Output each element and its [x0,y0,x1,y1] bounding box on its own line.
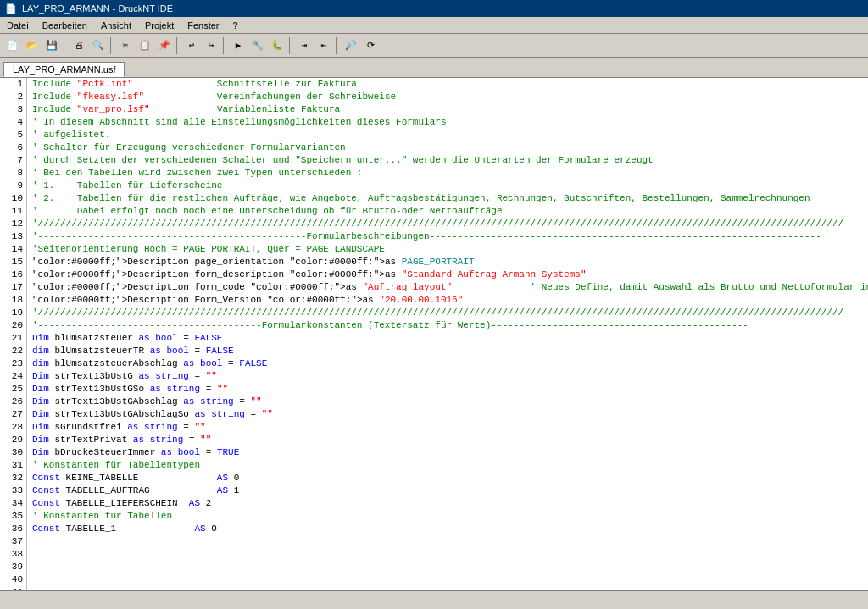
indent-button[interactable]: ⇥ [295,36,314,55]
code-line-39: Const KEINE_TABELLE AS 0 [32,472,868,484]
find-button[interactable]: 🔎 [342,36,360,55]
code-line-23: "color:#0000ff;">Description Form_Versio… [32,294,868,307]
redo-button[interactable]: ↪ [202,36,220,55]
paste-button[interactable]: 📌 [155,36,174,55]
menu-datei[interactable]: Datei [0,19,36,32]
code-line-6: ' aufgelistet. [32,129,868,141]
code-line-5: ' In diesem Abschnitt sind alle Einstell… [32,116,868,129]
open-button[interactable]: 📂 [23,36,42,55]
menu-fenster[interactable]: Fenster [181,19,225,32]
code-line-16: '///////////////////////////////////////… [32,218,868,230]
code-line-9: ' durch Setzten der verschiedenen Schalt… [32,154,868,167]
code-content[interactable]: Include "Pcfk.int" 'Schnittstelle zur Fa… [27,78,868,590]
code-line-28: dim blUmsatzsteuerAbschlag as bool = FAL… [32,357,868,370]
editor-container: 1234567891011121314151617181920212223242… [0,78,868,590]
title-bar: 📄 LAY_PRO_ARMANN - DruckNT IDE [0,0,868,17]
code-line-1: Include "Pcfk.int" 'Schnittstelle zur Fa… [32,78,868,91]
outdent-button[interactable]: ⇤ [314,36,333,55]
code-line-35: Dim bDruckeSteuerImmer as bool = TRUE [32,446,868,459]
sep4 [223,37,226,54]
menu-help[interactable]: ? [226,19,245,32]
code-line-34: Dim strTextPrivat as string = "" [32,434,868,446]
editor-content: 1234567891011121314151617181920212223242… [0,78,868,590]
menu-bar: Datei Bearbeiten Ansicht Projekt Fenster… [0,17,868,34]
code-line-12: ' 2. Tabellen für die restlichen Aufträg… [32,192,868,205]
code-line-19: 'Seitenorientierung Hoch = PAGE_PORTRAIT… [32,243,868,256]
sep6 [336,37,339,54]
title-icon: 📄 [5,3,17,14]
code-line-22: "color:#0000ff;">Description form_code "… [32,281,868,294]
code-line-13: ' Dabei erfolgt noch noch eine Untersche… [32,205,868,218]
code-line-25: '---------------------------------------… [32,319,868,332]
code-line-20: "color:#0000ff;">Description page_orient… [32,256,868,269]
code-line-44: Const TABELLE_1 AS 0 [32,523,868,535]
sep2 [110,37,114,54]
print-button[interactable]: 🖨 [70,36,88,55]
code-line-29: Dim strText13bUstG as string = "" [32,370,868,383]
code-line-8: ' Schalter für Erzeugung verschiedener F… [32,141,868,154]
tab-bar: LAY_PRO_ARMANN.usf [0,58,868,78]
toolbar: 📄 📂 💾 🖨 🔍 ✂ 📋 📌 ↩ ↪ ▶ 🔧 🐛 ⇥ ⇤ 🔎 ⟳ [0,34,868,58]
code-line-24: '///////////////////////////////////////… [32,307,868,319]
code-line-26: Dim blUmsatzsteuer as bool = FALSE [32,332,868,345]
line-numbers: 1234567891011121314151617181920212223242… [0,78,27,590]
code-line-2: Include "fkeasy.lsf" 'Vereinfachungen de… [32,91,868,103]
menu-projekt[interactable]: Projekt [138,19,181,32]
code-line-40: Const TABELLE_AUFTRAG AS 1 [32,484,868,497]
sep5 [289,37,292,54]
menu-bearbeiten[interactable]: Bearbeiten [36,19,94,32]
debug-button[interactable]: 🐛 [268,36,287,55]
editor-scroll[interactable]: 1234567891011121314151617181920212223242… [0,78,868,590]
code-line-41: Const TABELLE_LIEFERSCHEIN AS 2 [32,497,868,510]
code-line-10: ' Bei den Tabellen wird zwischen zwei Ty… [32,167,868,180]
cut-button[interactable]: ✂ [116,36,135,55]
status-bar: Ausgabefenster [0,602,868,609]
code-line-17: '---------------------------------------… [32,230,868,243]
h-scroll[interactable] [0,590,868,602]
sep1 [64,37,67,54]
code-line-27: dim blUmsatzsteuerTR as bool = FALSE [32,345,868,357]
sep3 [176,37,180,54]
code-line-11: ' 1. Tabellen für Lieferscheine [32,180,868,192]
run-button[interactable]: ▶ [229,36,248,55]
editor-tab[interactable]: LAY_PRO_ARMANN.usf [3,62,125,77]
build-button[interactable]: 🔧 [248,36,267,55]
code-line-38: ' Konstanten für Tabellentypen [32,459,868,472]
code-line-43: ' Konstanten für Tabellen [32,510,868,523]
replace-button[interactable]: ⟳ [361,36,380,55]
preview-button[interactable]: 🔍 [89,36,108,55]
copy-button[interactable]: 📋 [136,36,154,55]
new-button[interactable]: 📄 [3,36,22,55]
h-scrollbar[interactable] [0,591,868,603]
save-button[interactable]: 💾 [42,36,61,55]
code-line-21: "color:#0000ff;">Description form_descri… [32,269,868,281]
window-title: LAY_PRO_ARMANN - DruckNT IDE [22,3,173,14]
code-line-31: Dim strText13bUstGAbschlag as string = "… [32,396,868,408]
code-line-3: Include "var_pro.lsf" 'Variablenliste Fa… [32,103,868,116]
menu-ansicht[interactable]: Ansicht [94,19,138,32]
code-line-30: Dim strText13bUstGSo as string = "" [32,383,868,396]
undo-button[interactable]: ↩ [182,36,201,55]
code-line-32: Dim strText13bUstGAbschlagSo as string =… [32,408,868,421]
code-line-33: Dim sGrundstfrei as string = "" [32,421,868,434]
